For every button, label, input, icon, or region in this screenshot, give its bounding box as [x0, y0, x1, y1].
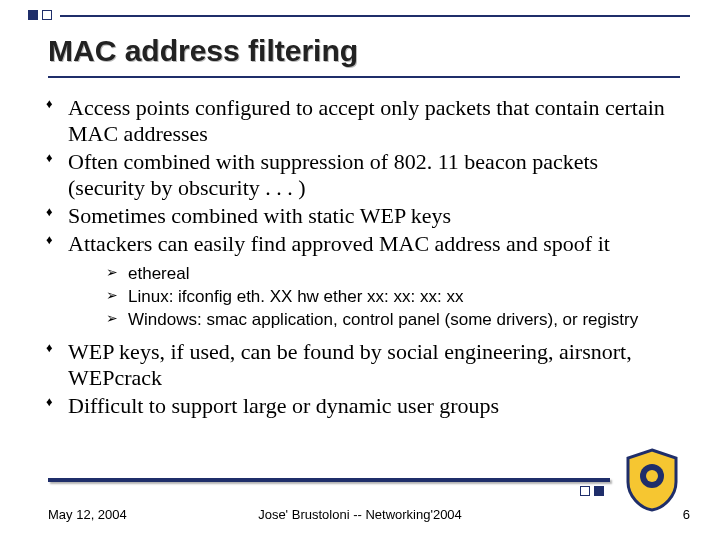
sub-bullet-item: Linux: ifconfig eth. XX hw ether xx: xx:… [106, 286, 680, 308]
top-divider [60, 15, 690, 17]
bullet-item: Access points configured to accept only … [46, 95, 680, 147]
sub-bullet-item: ethereal [106, 263, 680, 285]
page-number: 6 [683, 507, 690, 522]
bullet-item: Often combined with suppression of 802. … [46, 149, 680, 201]
square-icon [28, 10, 38, 20]
footer-corner-squares [580, 486, 604, 496]
bullet-item: WEP keys, if used, can be found by socia… [46, 339, 680, 391]
bullet-item: Sometimes combined with static WEP keys [46, 203, 680, 229]
slide-title: MAC address filtering [48, 34, 358, 68]
slide-content: Access points configured to accept only … [46, 95, 680, 421]
slide: MAC address filtering Access points conf… [0, 0, 720, 540]
title-underline [48, 76, 680, 78]
sub-bullet-list: ethereal Linux: ifconfig eth. XX hw ethe… [68, 263, 680, 331]
top-corner-squares [28, 10, 52, 20]
bullet-item: Attackers can easily find approved MAC a… [46, 231, 680, 331]
square-icon [594, 486, 604, 496]
square-icon [42, 10, 52, 20]
square-icon [580, 486, 590, 496]
bullet-list: Access points configured to accept only … [46, 95, 680, 419]
footer-author: Jose' Brustoloni -- Networking'2004 [0, 507, 720, 522]
university-shield-logo [624, 448, 680, 512]
sub-bullet-item: Windows: smac application, control panel… [106, 309, 680, 331]
bullet-item: Difficult to support large or dynamic us… [46, 393, 680, 419]
bullet-text: Attackers can easily find approved MAC a… [68, 231, 610, 256]
footer-divider [48, 478, 610, 482]
